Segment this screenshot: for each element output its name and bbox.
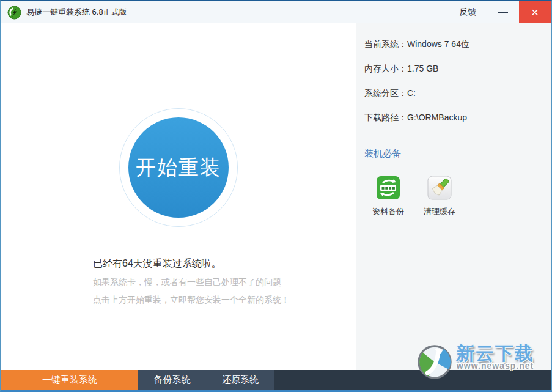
tab-label: 还原系统 — [222, 374, 259, 386]
close-icon: × — [531, 6, 539, 18]
clear-cache-app[interactable]: 清理缓存 — [416, 176, 463, 217]
minimize-button[interactable] — [492, 1, 513, 23]
info-value: 1.75 GB — [407, 64, 438, 73]
info-label: 当前系统： — [364, 39, 407, 49]
essentials-apps: 资料备份 — [364, 176, 551, 217]
info-value: G:\ORMBackup — [407, 113, 467, 122]
info-value: C: — [407, 88, 416, 98]
info-system-partition: 系统分区：C: — [364, 88, 551, 98]
app-logo-icon — [7, 6, 21, 20]
info-memory-size: 内存大小：1.75 GB — [364, 64, 551, 73]
titlebar-controls: 反馈 × — [459, 1, 551, 23]
tab-label: 备份系统 — [154, 374, 191, 386]
essentials-heading: 装机必备 — [364, 148, 551, 160]
clear-cache-label: 清理缓存 — [424, 206, 455, 217]
data-backup-app[interactable]: 资料备份 — [364, 176, 412, 217]
close-button[interactable]: × — [519, 1, 551, 23]
app-window: 易捷一键重装系统 6.8正式版 反馈 × 开始重装 已经有64天没重装过系统啦。… — [0, 0, 552, 392]
tab-one-key-reinstall[interactable]: 一键重装系统 — [1, 370, 138, 390]
tab-label: 一键重装系统 — [42, 374, 97, 386]
info-label: 内存大小： — [364, 64, 407, 73]
tab-backup-system[interactable]: 备份系统 — [138, 370, 206, 390]
info-label: 下载路径： — [364, 113, 407, 122]
start-reinstall-label: 开始重装 — [136, 154, 221, 182]
hint-line-2: 点击上方开始重装，立即帮您安装一个全新的系统！ — [93, 295, 290, 306]
bottom-tab-bar: 一键重装系统 备份系统 还原系统 — [1, 370, 551, 390]
backup-sync-icon — [376, 176, 400, 200]
days-notice-text: 已经有64天没重装过系统啦。 — [93, 257, 221, 270]
info-download-path: 下载路径：G:\ORMBackup — [364, 113, 551, 122]
info-label: 系统分区： — [364, 88, 407, 98]
info-current-system: 当前系统：Windows 7 64位 — [364, 39, 551, 49]
tab-restore-system[interactable]: 还原系统 — [206, 370, 274, 390]
clean-brush-icon — [427, 176, 452, 200]
window-title: 易捷一键重装系统 6.8正式版 — [26, 7, 127, 18]
minimize-icon — [498, 12, 508, 13]
feedback-link[interactable]: 反馈 — [459, 7, 476, 18]
start-reinstall-button[interactable]: 开始重装 — [128, 117, 229, 218]
start-button-ring: 开始重装 — [119, 108, 238, 227]
system-info-panel: 当前系统：Windows 7 64位 内存大小：1.75 GB 系统分区：C: … — [356, 23, 551, 370]
main-area: 开始重装 已经有64天没重装过系统啦。 如果系统卡，慢，或者有一些自己处理不了的… — [1, 23, 356, 370]
title-bar: 易捷一键重装系统 6.8正式版 反馈 × — [1, 1, 551, 23]
info-value: Windows 7 64位 — [407, 39, 469, 49]
content-area: 开始重装 已经有64天没重装过系统啦。 如果系统卡，慢，或者有一些自己处理不了的… — [1, 23, 551, 370]
data-backup-label: 资料备份 — [372, 206, 404, 217]
tab-bar-filler — [274, 370, 551, 390]
hint-line-1: 如果系统卡，慢，或者有一些自己处理不了的问题 — [93, 277, 281, 288]
